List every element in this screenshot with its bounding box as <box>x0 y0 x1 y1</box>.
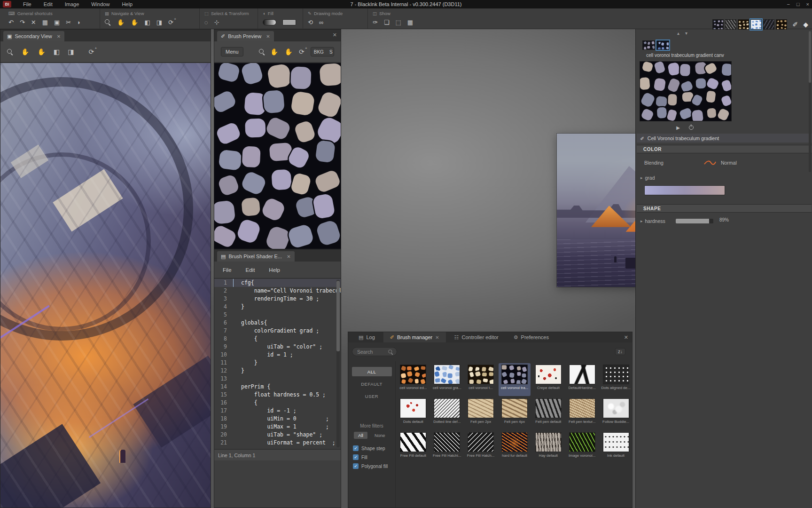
code-line[interactable]: 5 <box>214 311 341 319</box>
tab-preferences[interactable]: ⚙ Preferences <box>507 332 555 342</box>
brush-grid-item[interactable]: Felt pen default <box>532 397 564 430</box>
paint-drop-icon[interactable]: ◗ <box>77 19 81 26</box>
brush-grid-item[interactable]: cell voronoi tra... <box>499 363 531 396</box>
grid-icon[interactable]: ▦ <box>407 19 413 26</box>
brush-grid-item[interactable]: DefaultHardne... <box>566 363 598 396</box>
close-tab-icon[interactable]: ✕ <box>435 335 439 340</box>
merge-icon[interactable]: ▦ <box>42 19 48 26</box>
collapse-up-icon[interactable]: ▴ <box>677 31 679 36</box>
maximize-button[interactable]: □ <box>796 1 800 7</box>
zoom-icon[interactable] <box>105 19 111 25</box>
sidebar-scrollbar[interactable] <box>809 31 811 172</box>
brush-grid-item[interactable]: Felt pen 4px <box>499 397 531 430</box>
brush-grid-item[interactable]: hard fur default <box>499 431 531 464</box>
code-line[interactable]: 4} <box>214 303 341 311</box>
link-mode-icon[interactable]: ∞ <box>319 19 323 26</box>
delete-icon[interactable]: ✕ <box>31 19 36 26</box>
code-line[interactable]: 20 uiTab = "shape" ; <box>214 431 341 439</box>
preset-thumb-2[interactable] <box>725 19 736 30</box>
checkbox-fill[interactable]: ✓ Fill <box>353 454 395 460</box>
menu-item[interactable]: Edit <box>246 267 255 273</box>
close-panel-icon[interactable]: ✕ <box>333 32 337 38</box>
menu-item[interactable]: File <box>223 267 232 273</box>
gradient-curve-icon[interactable] <box>704 160 716 166</box>
scrollbar-thumb[interactable] <box>336 281 340 351</box>
duplicate-icon[interactable]: ▣ <box>54 19 60 26</box>
brush-grid-item[interactable]: Follow Buddie... <box>600 397 632 430</box>
code-line[interactable]: 18 uiMin = 0 ; <box>214 415 341 423</box>
rotate-zoom-icon[interactable]: ⟳+ <box>88 48 94 56</box>
filter-all-button[interactable]: ALL <box>352 367 392 376</box>
code-editor[interactable]: 1cfg{ 2 name="Cell Voronoi trabecul 3 re… <box>214 279 341 448</box>
brush-large-preview[interactable] <box>640 61 732 121</box>
shape-section-header[interactable]: SHAPE <box>637 204 812 213</box>
redo-icon[interactable]: ↷ <box>20 19 25 26</box>
preset-thumb-6[interactable] <box>776 19 787 30</box>
grab-icon[interactable]: ✋ <box>37 48 45 56</box>
flip-horizontal-icon[interactable]: ◧ <box>144 19 150 26</box>
tab-log[interactable]: ▤ Log <box>352 332 382 342</box>
menu-item[interactable]: Edit <box>38 1 59 7</box>
select-all-button[interactable]: All <box>354 432 367 439</box>
preset-thumb-4-selected[interactable] <box>750 19 762 30</box>
brush-cursor-icon[interactable]: ✑ <box>373 19 378 26</box>
brush-grid-item[interactable]: Felt pen 2px <box>465 397 497 430</box>
close-button[interactable]: × <box>806 1 809 7</box>
color-swatch[interactable] <box>282 19 296 25</box>
code-line[interactable]: 9 uiTab = "color" ; <box>214 343 341 351</box>
code-line[interactable]: 2 name="Cell Voronoi trabecul <box>214 287 341 295</box>
code-line[interactable]: 17 id = -1 ; <box>214 407 341 415</box>
pan-hand-icon[interactable]: ✋ <box>270 48 278 56</box>
brush-preview-viewport[interactable] <box>214 63 341 249</box>
layers-icon[interactable]: ❏ <box>384 19 390 26</box>
menu-item[interactable]: Window <box>85 1 116 7</box>
variant-thumb-1[interactable] <box>642 40 655 50</box>
grab-icon[interactable]: ✋ <box>285 48 293 56</box>
code-line[interactable]: 3 renderingTime = 30 ; <box>214 295 341 303</box>
close-tab-icon[interactable]: ✕ <box>57 34 61 39</box>
tab-brush-manager[interactable]: ✐ Brush manager ✕ <box>383 332 446 342</box>
variant-thumb-2-selected[interactable] <box>656 40 669 50</box>
tab-brush-preview[interactable]: ✐ Brush Preview ✕ <box>217 31 274 41</box>
tab-shader-editor[interactable]: ▤ Brush Pixel Shader E... ✕ <box>217 251 295 262</box>
code-line[interactable]: 15 float hardness = 0.5 ; <box>214 391 341 399</box>
flip-vertical-icon[interactable]: ◨ <box>156 19 162 26</box>
preset-thumb-3[interactable] <box>738 19 749 30</box>
grab-icon[interactable]: ✋ <box>131 19 138 26</box>
brush-grid-item[interactable]: Dots aligned de... <box>600 363 632 396</box>
brush-grid-item[interactable]: Ink default <box>600 431 632 464</box>
rotate-zoom-icon[interactable]: ⟳+ <box>299 48 304 56</box>
code-line[interactable]: 7 colorGradient grad ; <box>214 327 341 335</box>
gradient-swatch[interactable] <box>263 19 276 25</box>
rotate-zoom-icon[interactable]: ⟳+ <box>168 19 173 26</box>
code-line[interactable]: 1cfg{ <box>214 279 341 287</box>
grad-row[interactable]: ▸ grad <box>637 173 812 183</box>
code-line[interactable]: 14perPrim { <box>214 383 341 391</box>
undo-icon[interactable]: ↶ <box>8 19 14 26</box>
code-line[interactable]: 12} <box>214 367 341 375</box>
zoom-icon[interactable] <box>7 49 13 55</box>
brush-grid-item[interactable]: Free Fill default <box>397 431 429 464</box>
checkbox-polygonal-fill[interactable]: ✓ Polygonal fill <box>353 463 395 469</box>
code-line[interactable]: 13 <box>214 375 341 383</box>
cut-icon[interactable]: ✂ <box>66 19 71 26</box>
brush-grid-item[interactable]: Crepe default <box>532 363 564 396</box>
scrollbar-thumb[interactable] <box>809 31 811 83</box>
code-line[interactable]: 6globals{ <box>214 319 341 327</box>
power-icon[interactable] <box>688 125 694 130</box>
brush-grid-item[interactable]: Image voronoi... <box>566 431 598 464</box>
brush-grid-item[interactable]: cell voronoi ed... <box>397 363 429 396</box>
app-logo[interactable]: BI <box>3 1 11 8</box>
selection-overlay-icon[interactable]: ⬚ <box>396 19 401 26</box>
code-line[interactable]: 19 uiMax = 1 ; <box>214 423 341 431</box>
select-none-button[interactable]: None <box>370 432 390 439</box>
blending-value[interactable]: Normal <box>721 160 737 166</box>
code-line[interactable]: 21 uiFormat = percent ; <box>214 439 341 447</box>
brush-grid-item[interactable]: Hay default <box>532 431 564 464</box>
color-section-header[interactable]: COLOR <box>637 145 812 153</box>
code-line[interactable]: 11 } <box>214 359 341 367</box>
active-brush-row[interactable]: ✐ Cell Voronoi trabeculum gradient <box>637 134 812 143</box>
brush-tool-icon[interactable]: ✐ <box>792 21 798 28</box>
tab-controller-editor[interactable]: ☷ Controller editor <box>448 332 505 342</box>
brush-grid-item[interactable]: Dots default <box>397 397 429 430</box>
